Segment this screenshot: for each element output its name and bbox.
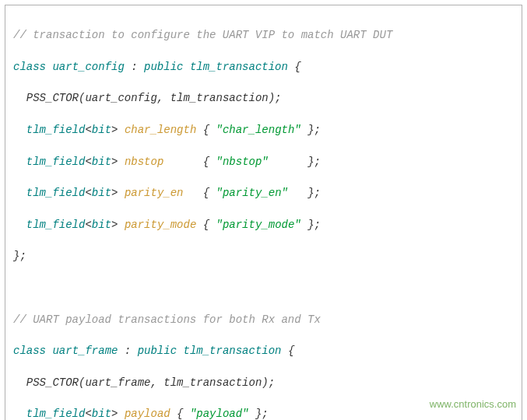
- code-line: tlm_field<bit> char_length { "char_lengt…: [13, 122, 514, 138]
- code-line: tlm_field<bit> parity_en { "parity_en" }…: [13, 185, 514, 201]
- code-block: // transaction to configure the UART VIP…: [5, 5, 522, 420]
- field-name: parity_mode: [125, 219, 196, 231]
- field-name: parity_en: [125, 187, 184, 199]
- macro: PSS_CTOR: [26, 92, 79, 104]
- comment: // transaction to configure the UART VIP…: [13, 29, 392, 41]
- code-line: tlm_field<bit> nbstop { "nbstop" };: [13, 154, 514, 170]
- code-line: PSS_CTOR(uart_frame, tlm_transaction);: [13, 375, 514, 390]
- watermark-text: www.cntronics.com: [430, 397, 516, 412]
- field-name: nbstop: [125, 156, 163, 168]
- comment: // UART payload transactions for both Rx…: [13, 313, 321, 326]
- code-line: // UART payload transactions for both Rx…: [13, 312, 514, 327]
- keyword-public: public: [144, 61, 183, 73]
- code-line: };: [13, 248, 514, 264]
- code-line: // transaction to configure the UART VIP…: [13, 27, 514, 43]
- class-name: uart_config: [52, 61, 124, 73]
- class-name: uart_frame: [52, 345, 118, 357]
- field-type: tlm_field: [26, 124, 86, 136]
- field-name: payload: [125, 408, 170, 420]
- blank-line: [13, 280, 514, 296]
- code-line: class uart_config : public tlm_transacti…: [13, 59, 514, 75]
- code-line: PSS_CTOR(uart_config, tlm_transaction);: [13, 90, 514, 106]
- base-class: tlm_transaction: [190, 61, 288, 73]
- string-literal: "char_length": [216, 124, 301, 136]
- keyword-class: class: [13, 61, 46, 73]
- code-line: class uart_frame : public tlm_transactio…: [13, 343, 514, 359]
- code-line: tlm_field<bit> parity_mode { "parity_mod…: [13, 217, 514, 233]
- field-name: char_length: [125, 124, 196, 136]
